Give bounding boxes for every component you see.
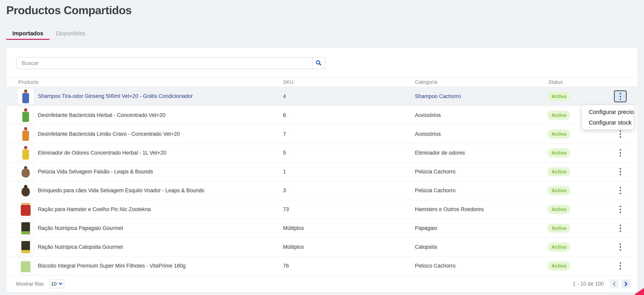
table-row[interactable]: Biscoito Integral Premium Super Mini Fil… [6, 256, 638, 275]
category-cell: Pelúcia Cachorro [414, 187, 548, 194]
pagination-next-button[interactable] [622, 279, 630, 288]
tab-bar: Importados Disponibles [6, 28, 638, 40]
column-header-categoria: Categoría [414, 79, 548, 85]
status-cell: Activo [548, 205, 610, 214]
squirrel-plush-toy-image [18, 182, 34, 199]
page-title: Productos Compartidos [6, 4, 132, 17]
chevron-left-icon [612, 281, 616, 286]
search-input[interactable] [16, 58, 312, 69]
cockatiel-food-box-image [18, 239, 34, 255]
blue-shampoo-bottles-image [18, 88, 34, 105]
pagination-range-label: 1 - 10 de 100 [573, 281, 604, 287]
menu-item-configurar-stock[interactable]: Configurar stock [582, 117, 634, 128]
table-row[interactable]: Desinfetante Bactericida Limão Cravo - C… [6, 125, 638, 143]
product-name-link[interactable]: Desinfetante Bactericida Herbal - Concen… [38, 112, 173, 119]
search-icon [315, 60, 322, 67]
kebab-menu-button[interactable] [614, 147, 626, 159]
rows-per-page-select[interactable]: 10 [50, 279, 64, 288]
row-actions-context-menu: Configurar precio Configurar stock [582, 105, 634, 129]
category-cell: Petisco Cachorro [414, 263, 548, 269]
status-badge: Activo [548, 261, 570, 270]
status-badge: Activo [548, 167, 570, 176]
kebab-menu-button[interactable] [614, 260, 626, 272]
table-row[interactable]: Ração Nutrópica Calopsita Gourmet Múltip… [6, 237, 638, 256]
kebab-menu-button[interactable] [614, 204, 626, 215]
status-cell: Activo [548, 167, 610, 176]
table-header: Producto SKU Categoría Status [6, 77, 638, 87]
category-cell: Acessórios [414, 131, 548, 137]
kebab-menu-button[interactable] [614, 241, 626, 253]
table-body: Shampoo Tira-odor Ginseng 500ml Vet+20 -… [6, 87, 638, 275]
table-row[interactable]: Brinquedo para cães Vida Selvagem Esquil… [6, 181, 638, 200]
products-card: Producto SKU Categoría Status Shampoo Ti… [6, 48, 638, 292]
product-name-link[interactable]: Ração para Hamster e Coelho Pic Nic Zoot… [38, 206, 158, 213]
sku-cell: 1 [282, 169, 414, 175]
green-biscuit-pouch-image [18, 258, 34, 274]
status-cell: Activo [548, 224, 610, 233]
product-name-link[interactable]: Ração Nutrópica Calopsita Gourmet [38, 244, 131, 250]
status-cell: Activo [548, 129, 610, 139]
status-badge: Activo [548, 186, 570, 195]
product-name-link[interactable]: Eliminador de Odores Concentrado Herbal … [38, 150, 174, 156]
kebab-menu-button[interactable] [614, 185, 626, 196]
product-name-link[interactable]: Ração Nutrópica Papagaio Gourmet [38, 225, 131, 232]
product-name-link[interactable]: Brinquedo para cães Vida Selvagem Esquil… [38, 187, 212, 194]
status-badge: Activo [548, 111, 570, 120]
red-food-pouch-image [18, 201, 34, 218]
rows-per-page-label: Mostrar filas [16, 281, 44, 287]
status-cell: Activo [548, 242, 610, 252]
table-footer: Mostrar filas 10 1 - 10 de 100 [6, 275, 638, 292]
productos-compartidos-page: Productos Compartidos Importados Disponi… [0, 0, 644, 295]
kebab-menu-button[interactable] [614, 90, 626, 102]
tab-disponibles[interactable]: Disponibles [50, 28, 92, 39]
column-header-sku: SKU [282, 79, 414, 85]
kebab-icon [620, 93, 621, 94]
pagination-prev-button[interactable] [610, 279, 619, 288]
sku-cell: 5 [282, 150, 414, 156]
category-cell: Papagaio [414, 225, 548, 231]
status-badge: Activo [548, 224, 570, 233]
table-row[interactable]: Ração para Hamster e Coelho Pic Nic Zoot… [6, 200, 638, 219]
category-cell: Shampoo Cachorro [414, 93, 548, 99]
kebab-icon [620, 206, 621, 207]
table-row[interactable]: Pelúcia Vida Selvagem Faisão - Leaps & B… [6, 162, 638, 181]
table-row[interactable]: Shampoo Tira-odor Ginseng 500ml Vet+20 -… [6, 87, 638, 106]
status-cell: Activo [548, 261, 610, 270]
kebab-menu-button[interactable] [614, 166, 626, 178]
table-row[interactable]: Desinfetante Bactericida Herbal - Concen… [6, 106, 638, 125]
product-name-link[interactable]: Biscoito Integral Premium Super Mini Fil… [38, 263, 194, 269]
kebab-menu-button[interactable] [614, 128, 626, 140]
product-name-link[interactable]: Pelúcia Vida Selvagem Faisão - Leaps & B… [38, 168, 161, 175]
green-bottle-image [18, 107, 34, 124]
category-cell: Acessórios [414, 112, 548, 118]
menu-item-configurar-precio[interactable]: Configurar precio [582, 107, 634, 117]
table-row[interactable]: Ração Nutrópica Papagaio Gourmet Múltipl… [6, 219, 638, 237]
sku-cell: 4 [282, 93, 414, 99]
kebab-icon [620, 262, 621, 264]
sku-cell: 76 [282, 263, 414, 269]
kebab-icon [620, 149, 621, 151]
kebab-icon [620, 130, 621, 132]
chevron-right-icon [624, 281, 628, 286]
kebab-menu-button[interactable] [614, 222, 626, 234]
sku-cell: Múltiplos [282, 244, 414, 250]
chevron-down-icon [58, 282, 62, 285]
search-button[interactable] [312, 58, 325, 69]
status-cell: Activo [548, 92, 610, 101]
category-cell: Eliminador de odores [414, 150, 548, 156]
column-header-status: Status [548, 79, 610, 85]
product-name-link[interactable]: Shampoo Tira-odor Ginseng 500ml Vet+20 -… [38, 93, 200, 100]
status-cell: Activo [548, 186, 610, 195]
tab-importados[interactable]: Importados [6, 28, 50, 39]
sku-cell: 6 [282, 112, 414, 118]
status-badge: Activo [548, 242, 570, 252]
corner-decoration [634, 288, 644, 295]
kebab-icon [620, 168, 621, 169]
product-name-link[interactable]: Desinfetante Bactericida Limão Cravo - C… [38, 131, 188, 138]
yellow-bottle-image [18, 145, 34, 161]
status-badge: Activo [548, 92, 570, 101]
kebab-icon [620, 225, 621, 226]
table-row[interactable]: Eliminador de Odores Concentrado Herbal … [6, 143, 638, 162]
sku-cell: Múltiplos [282, 225, 414, 231]
sku-cell: 7 [282, 131, 414, 137]
